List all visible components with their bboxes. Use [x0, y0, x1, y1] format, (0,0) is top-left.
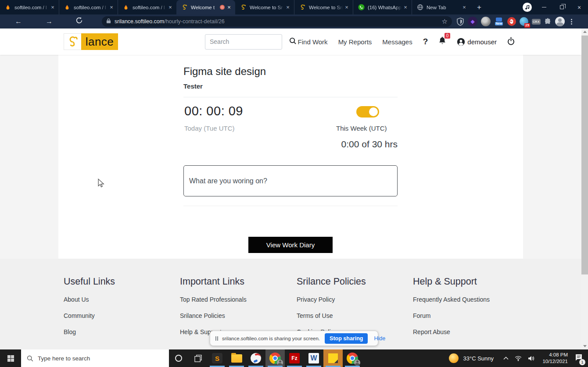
nav-link-my-reports[interactable]: My Reports: [338, 38, 372, 46]
cortana-button[interactable]: [169, 349, 188, 367]
purple-extension-icon[interactable]: ◆: [468, 17, 477, 26]
browser-profile-avatar[interactable]: [555, 17, 565, 26]
taskbar-search-input[interactable]: [38, 355, 147, 362]
bookmark-star-icon[interactable]: ☆: [442, 18, 448, 25]
view-work-diary-button[interactable]: View Work Diary: [248, 237, 333, 253]
footer-link-report-abuse[interactable]: Report Abuse: [413, 328, 450, 335]
screen-sharing-bar: srilance.softileo.com is sharing your sc…: [210, 331, 378, 346]
footer-link-about-us[interactable]: About Us: [64, 296, 89, 303]
globe-extension-icon[interactable]: 25: [520, 17, 528, 26]
tray-chevron-up-icon[interactable]: [503, 356, 509, 360]
stop-sharing-button[interactable]: Stop sharing: [325, 333, 368, 344]
task-view-button[interactable]: [188, 349, 208, 367]
tab-close-icon[interactable]: ×: [284, 4, 291, 11]
tab-close-icon[interactable]: ×: [461, 4, 468, 11]
tracking-toggle[interactable]: [356, 106, 379, 118]
logout-power-icon[interactable]: [507, 37, 515, 47]
minimize-button[interactable]: [535, 0, 553, 14]
weather-label[interactable]: 33°C Sunny: [463, 355, 494, 362]
crx-extension-icon[interactable]: CRX: [532, 19, 541, 25]
browser-menu-icon[interactable]: [571, 19, 572, 25]
tab-srilance-active[interactable]: Welcome t ×: [176, 0, 235, 14]
tab-softileo-1[interactable]: softileo.com / l ×: [0, 0, 59, 14]
search-icon[interactable]: [289, 37, 297, 46]
start-button[interactable]: [0, 349, 21, 367]
tab-close-icon[interactable]: ×: [49, 4, 56, 11]
footer-link-terms-of-use[interactable]: Terms of Use: [297, 312, 333, 319]
taskbar-clock[interactable]: 4:08 PM 10/12/2021: [541, 352, 568, 365]
sticky-notes-icon: [328, 353, 338, 363]
scrollbar-thumb[interactable]: [581, 36, 588, 274]
taskbar-app-filezilla[interactable]: Fz: [285, 349, 304, 367]
footer-link-privacy-policy[interactable]: Privacy Policy: [297, 296, 335, 303]
lens-extension-icon[interactable]: [481, 17, 491, 26]
tab-close-icon[interactable]: ×: [402, 4, 409, 11]
weather-sun-icon[interactable]: [449, 353, 459, 363]
new-tab-button[interactable]: +: [473, 1, 485, 14]
left-margin: [0, 55, 58, 259]
puzzle-extensions-icon[interactable]: [544, 18, 552, 25]
tab-title: softileo.com / l: [14, 5, 49, 10]
page-scrollbar[interactable]: [581, 29, 588, 349]
reload-button[interactable]: [75, 17, 85, 26]
whatsapp-favicon-icon: [358, 4, 365, 11]
minimize-icon: [542, 7, 546, 8]
mouse-cursor: [97, 178, 105, 190]
tab-new-tab[interactable]: New Tab ×: [412, 0, 470, 14]
srilance-logo-text: lance: [81, 33, 118, 50]
shield-extension-icon[interactable]: [456, 17, 464, 26]
taskbar-app-explorer[interactable]: [227, 349, 246, 367]
help-icon[interactable]: ?: [423, 37, 428, 46]
address-bar[interactable]: srilance.softileo.com/hourly-contract-de…: [102, 16, 452, 27]
tab-srilance-2[interactable]: Welcome to Sr ×: [235, 0, 294, 14]
footer-link-faq[interactable]: Frequently Asked Questions: [413, 296, 490, 303]
tab-softileo-3[interactable]: softileo.com / l ×: [118, 0, 176, 14]
close-window-button[interactable]: ×: [570, 0, 588, 14]
tab-close-icon[interactable]: ×: [343, 4, 350, 11]
taskbar-app-chrome-2[interactable]: [343, 349, 362, 367]
nav-link-messages[interactable]: Messages: [382, 38, 412, 46]
tab-close-icon[interactable]: ×: [108, 4, 115, 11]
user-icon: [457, 38, 465, 46]
scrollbar-up-arrow[interactable]: [581, 29, 588, 35]
tab-close-icon[interactable]: ×: [167, 4, 174, 11]
footer-link-top-rated[interactable]: Top Rated Professionals: [180, 296, 247, 303]
globe-extension-badge: 25: [524, 23, 530, 28]
taskbar-app-word[interactable]: W: [304, 349, 323, 367]
adblock-hand-extension-icon[interactable]: [507, 17, 516, 26]
footer-link-srilance-policies[interactable]: Srilance Policies: [180, 312, 225, 319]
footer-link-forum[interactable]: Forum: [413, 312, 430, 319]
taskbar-app-sticky-notes[interactable]: [323, 349, 343, 367]
search-input[interactable]: [205, 34, 282, 50]
taskbar-app-recorder[interactable]: [246, 349, 265, 367]
tab-whatsapp[interactable]: (16) WhatsApp ×: [353, 0, 412, 14]
restore-icon: [560, 5, 564, 9]
wifi-icon[interactable]: [515, 356, 522, 361]
tab-softileo-2[interactable]: softileo.com / l ×: [59, 0, 118, 14]
scrollbar-down-arrow[interactable]: [581, 343, 588, 349]
tab-title: Welcome to Sr: [250, 5, 284, 10]
srilance-logo[interactable]: lance: [64, 33, 118, 50]
volume-icon[interactable]: [528, 356, 534, 361]
hide-sharing-bar-button[interactable]: Hide: [374, 335, 385, 342]
taskbar-search[interactable]: [21, 349, 169, 367]
action-center-button[interactable]: 1: [575, 354, 583, 363]
footer-link-community[interactable]: Community: [64, 312, 95, 319]
taskbar-app-chrome[interactable]: [265, 349, 285, 367]
back-button[interactable]: ←: [13, 16, 24, 27]
forward-button[interactable]: →: [44, 16, 54, 27]
new-badge-extension-icon[interactable]: New: [494, 18, 504, 25]
footer-link-blog[interactable]: Blog: [64, 328, 76, 335]
srilance-logo-glyph-icon: [64, 33, 81, 50]
notifications-bell-icon[interactable]: 0: [438, 36, 446, 47]
user-menu[interactable]: demouser: [457, 38, 497, 46]
restore-button[interactable]: [553, 0, 570, 14]
taskbar-app-sublime[interactable]: S: [208, 349, 227, 367]
tab-srilance-3[interactable]: Welcome to Sri ×: [294, 0, 353, 14]
nav-link-find-work[interactable]: Find Work: [298, 38, 328, 46]
tab-close-icon[interactable]: ×: [226, 4, 233, 11]
media-controls-button[interactable]: [523, 3, 532, 12]
contract-role: Tester: [183, 82, 203, 90]
tab-title: New Tab: [427, 5, 461, 10]
work-memo-input[interactable]: [183, 165, 398, 196]
